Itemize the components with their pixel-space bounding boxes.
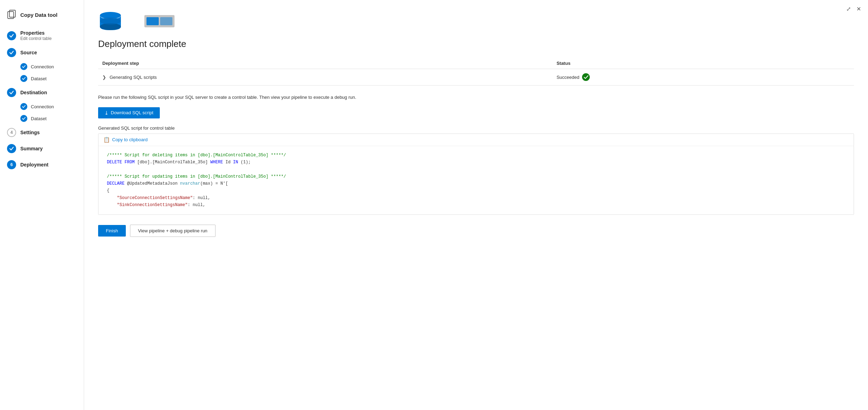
settings-badge: 4 xyxy=(7,128,16,137)
source-dataset-label: Dataset xyxy=(31,76,47,81)
window-controls: ⤢ ✕ xyxy=(846,6,861,12)
table-row: ❯ Generating SQL scripts Succeeded xyxy=(98,69,854,86)
sql-line-1: /***** Script for deleting items in [dbo… xyxy=(107,152,845,159)
sql-container: 📋 Copy to clipboard /***** Script for de… xyxy=(98,134,854,215)
status-succeeded: Succeeded xyxy=(556,73,850,81)
footer-buttons: Finish View pipeline + debug pipeline ru… xyxy=(98,225,854,237)
step-text: Generating SQL scripts xyxy=(110,75,157,80)
col-step-header: Deployment step xyxy=(98,58,552,69)
deployment-table: Deployment step Status ❯ Generating SQL … xyxy=(98,58,854,86)
properties-label-group: Properties Edit control table xyxy=(20,30,52,41)
svg-rect-6 xyxy=(146,17,159,25)
deploy-icon xyxy=(144,13,175,29)
destination-dataset-label: Dataset xyxy=(31,116,47,121)
sql-line-4: DECLARE @UpdatedMetadataJson nvarchar(ma… xyxy=(107,180,845,187)
sql-line-3: /***** Script for updating items in [dbo… xyxy=(107,173,845,180)
svg-rect-7 xyxy=(160,17,172,25)
download-sql-button[interactable]: ⤓ Download SQL script xyxy=(98,107,160,118)
svg-rect-1 xyxy=(9,10,15,17)
properties-label: Properties xyxy=(20,30,52,36)
sidebar-subitem-source-dataset[interactable]: Dataset xyxy=(0,73,84,84)
main-panel: ⤢ ✕ Deployment complete xyxy=(84,0,868,410)
properties-sublabel: Edit control table xyxy=(20,36,52,41)
svg-point-4 xyxy=(100,18,121,25)
sql-label: Generated SQL script for control table xyxy=(98,125,854,131)
destination-dataset-badge xyxy=(20,115,27,122)
sidebar-nav: Properties Edit control table Source Con… xyxy=(0,27,84,173)
sidebar-subitem-destination-dataset[interactable]: Dataset xyxy=(0,112,84,124)
main-content: Deployment complete Deployment step Stat… xyxy=(84,0,868,410)
sidebar-subitem-destination-connection[interactable]: Connection xyxy=(0,101,84,112)
copy-data-icon xyxy=(7,10,17,20)
download-btn-label: Download SQL script xyxy=(111,110,153,115)
sidebar-item-settings[interactable]: 4 Settings xyxy=(0,124,84,141)
deployment-label: Deployment xyxy=(20,162,48,168)
status-text: Succeeded xyxy=(556,75,579,80)
summary-label: Summary xyxy=(20,146,43,151)
svg-rect-0 xyxy=(8,12,14,19)
database-icon xyxy=(98,11,123,32)
deployment-heading: Deployment complete xyxy=(98,39,854,49)
sidebar-item-source[interactable]: Source xyxy=(0,45,84,61)
summary-badge xyxy=(7,144,16,153)
destination-label: Destination xyxy=(20,90,47,95)
source-badge xyxy=(7,48,16,57)
clipboard-icon: 📋 xyxy=(103,137,110,143)
top-icons xyxy=(98,11,854,32)
sidebar: Copy Data tool Properties Edit control t… xyxy=(0,0,84,410)
deployment-badge: 6 xyxy=(7,160,16,169)
view-pipeline-button[interactable]: View pipeline + debug pipeline run xyxy=(130,225,216,237)
info-text: Please run the following SQL script in y… xyxy=(98,94,854,101)
sql-line-2: DELETE FROM [dbo].[MainControlTable_35o]… xyxy=(107,159,845,166)
col-status-header: Status xyxy=(552,58,854,69)
destination-connection-badge xyxy=(20,103,27,110)
step-cell: ❯ Generating SQL scripts xyxy=(98,69,552,86)
sidebar-item-summary[interactable]: Summary xyxy=(0,141,84,157)
copy-to-clipboard-button[interactable]: Copy to clipboard xyxy=(112,137,148,142)
sidebar-item-deployment[interactable]: 6 Deployment xyxy=(0,157,84,173)
close-button[interactable]: ✕ xyxy=(856,6,861,12)
status-cell: Succeeded xyxy=(552,69,854,86)
sql-code-block: /***** Script for deleting items in [dbo… xyxy=(98,146,854,214)
success-check-icon xyxy=(582,73,590,81)
sidebar-item-properties[interactable]: Properties Edit control table xyxy=(0,27,84,45)
source-connection-label: Connection xyxy=(31,64,54,69)
finish-button[interactable]: Finish xyxy=(98,225,126,237)
sql-line-blank xyxy=(107,166,845,173)
sql-toolbar: 📋 Copy to clipboard xyxy=(98,134,854,146)
properties-badge xyxy=(7,31,16,40)
sidebar-header: Copy Data tool xyxy=(0,6,84,27)
app-title: Copy Data tool xyxy=(20,12,57,18)
source-label: Source xyxy=(20,50,37,55)
row-expand-icon[interactable]: ❯ xyxy=(102,75,106,80)
download-icon: ⤓ xyxy=(104,110,109,116)
source-connection-badge xyxy=(20,63,27,70)
sql-line-5: { xyxy=(107,187,845,194)
sql-line-7: "SinkConnectionSettingsName": null, xyxy=(107,201,845,209)
source-dataset-badge xyxy=(20,75,27,82)
destination-badge xyxy=(7,88,16,97)
expand-button[interactable]: ⤢ xyxy=(846,6,851,12)
sidebar-subitem-source-connection[interactable]: Connection xyxy=(0,61,84,73)
settings-label: Settings xyxy=(20,130,40,135)
sidebar-item-destination[interactable]: Destination xyxy=(0,84,84,101)
destination-connection-label: Connection xyxy=(31,104,54,109)
sql-line-6: "SourceConnectionSettingsName": null, xyxy=(107,194,845,201)
